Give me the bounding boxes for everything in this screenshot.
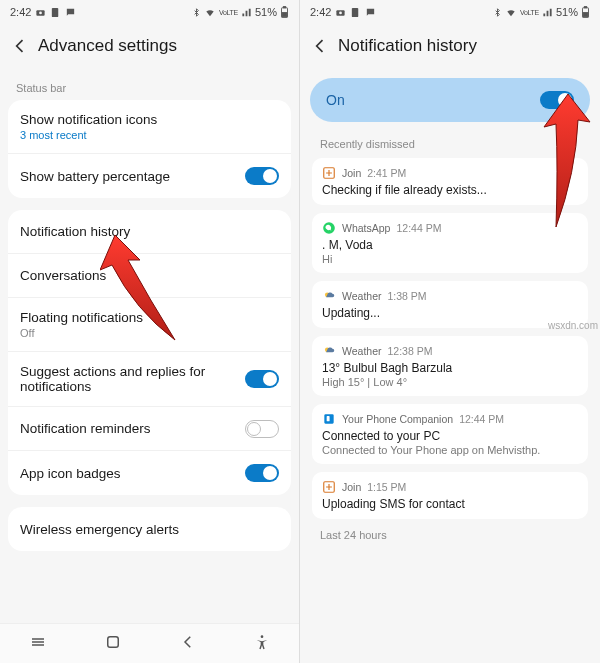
page-title: Advanced settings — [38, 36, 177, 56]
notification-card[interactable]: Your Phone Companion12:44 PMConnected to… — [312, 404, 588, 464]
row-title: Notification reminders — [20, 421, 245, 436]
battery-label: 51% — [556, 6, 578, 18]
notif-app-name: Weather — [342, 290, 382, 302]
nav-recent[interactable] — [15, 627, 61, 660]
volte-label: VoLTE — [219, 9, 238, 16]
nav-bar — [0, 623, 299, 663]
header: Advanced settings — [0, 24, 299, 68]
volte-label: VoLTE — [520, 9, 539, 16]
svg-point-1 — [40, 11, 43, 14]
group-emergency: Wireless emergency alerts — [8, 507, 291, 551]
wifi-icon — [204, 7, 216, 18]
history-toggle-pill[interactable]: On — [310, 78, 590, 122]
notification-card[interactable]: Weather12:38 PM13° Bulbul Bagh BarzulaHi… — [312, 336, 588, 396]
notif-app-name: Weather — [342, 345, 382, 357]
row-title: App icon badges — [20, 466, 245, 481]
group-status-bar: Show notification icons 3 most recent Sh… — [8, 100, 291, 198]
join-app-icon — [322, 166, 336, 180]
wifi-icon — [505, 7, 517, 18]
signal-icon — [542, 7, 553, 18]
message-icon — [65, 7, 76, 18]
svg-rect-5 — [108, 637, 119, 648]
row-suggest-actions[interactable]: Suggest actions and replies for notifica… — [8, 352, 291, 407]
battery-label: 51% — [255, 6, 277, 18]
row-subtitle: 3 most recent — [20, 129, 279, 141]
join-app-icon — [322, 480, 336, 494]
phone-app-icon — [322, 412, 336, 426]
row-show-battery-percentage[interactable]: Show battery percentage — [8, 154, 291, 198]
section-label-status-bar: Status bar — [0, 68, 299, 100]
camera-icon — [35, 7, 46, 18]
notif-title: Updating... — [322, 306, 578, 320]
phone-icon — [350, 7, 361, 18]
screen-notification-history: 2:42 VoLTE 51% Notification history On — [300, 0, 600, 663]
phone-icon — [50, 7, 61, 18]
section-label-recent: Recently dismissed — [300, 136, 600, 158]
notification-card[interactable]: WhatsApp12:44 PM. M, VodaHi — [312, 213, 588, 273]
back-button[interactable] — [10, 32, 38, 60]
notif-body: High 15° | Low 4° — [322, 376, 578, 388]
svg-rect-3 — [283, 7, 285, 8]
pill-label: On — [326, 92, 345, 108]
row-title: Notification history — [20, 224, 279, 239]
toggle-battery-percentage[interactable] — [245, 167, 279, 185]
toggle-history-on[interactable] — [540, 91, 574, 109]
row-title: Floating notifications — [20, 310, 279, 325]
row-notification-reminders[interactable]: Notification reminders — [8, 407, 291, 451]
weather-app-icon — [322, 344, 336, 358]
notif-title: Uploading SMS for contact — [322, 497, 578, 511]
row-floating-notifications[interactable]: Floating notifications Off — [8, 298, 291, 352]
message-icon — [365, 7, 376, 18]
row-wireless-emergency-alerts[interactable]: Wireless emergency alerts — [8, 507, 291, 551]
toggle-reminders[interactable] — [245, 420, 279, 438]
nav-back[interactable] — [165, 627, 211, 660]
notif-app-name: Join — [342, 481, 361, 493]
svg-point-6 — [261, 635, 264, 638]
notif-title: Connected to your PC — [322, 429, 578, 443]
status-time: 2:42 — [10, 6, 31, 18]
bluetooth-icon — [192, 7, 201, 18]
svg-rect-17 — [327, 416, 330, 421]
row-title: Wireless emergency alerts — [20, 522, 279, 537]
notification-card[interactable]: Weather1:38 PMUpdating... — [312, 281, 588, 328]
notif-time: 1:15 PM — [367, 481, 406, 493]
notif-time: 2:41 PM — [367, 167, 406, 179]
signal-icon — [241, 7, 252, 18]
status-bar: 2:42 VoLTE 51% — [300, 0, 600, 24]
row-notification-history[interactable]: Notification history — [8, 210, 291, 254]
notif-app-name: Join — [342, 167, 361, 179]
notification-card[interactable]: Join1:15 PMUploading SMS for contact — [312, 472, 588, 519]
notif-time: 12:44 PM — [396, 222, 441, 234]
status-time: 2:42 — [310, 6, 331, 18]
weather-app-icon — [322, 289, 336, 303]
row-conversations[interactable]: Conversations — [8, 254, 291, 298]
row-app-icon-badges[interactable]: App icon badges — [8, 451, 291, 495]
row-show-notification-icons[interactable]: Show notification icons 3 most recent — [8, 100, 291, 154]
back-button[interactable] — [310, 32, 338, 60]
svg-rect-4 — [282, 13, 287, 17]
notif-time: 12:44 PM — [459, 413, 504, 425]
svg-point-8 — [340, 11, 343, 14]
notification-card[interactable]: Join2:41 PMChecking if file already exis… — [312, 158, 588, 205]
nav-accessibility[interactable] — [240, 628, 284, 659]
notif-time: 1:38 PM — [388, 290, 427, 302]
camera-icon — [335, 7, 346, 18]
toggle-suggest-actions[interactable] — [245, 370, 279, 388]
watermark: wsxdn.com — [548, 320, 598, 331]
header: Notification history — [300, 24, 600, 68]
nav-home[interactable] — [90, 627, 136, 660]
notif-title: Checking if file already exists... — [322, 183, 578, 197]
group-notifications: Notification history Conversations Float… — [8, 210, 291, 495]
notif-app-name: WhatsApp — [342, 222, 390, 234]
screen-advanced-settings: 2:42 VoLTE — [0, 0, 300, 663]
page-title: Notification history — [338, 36, 477, 56]
svg-rect-11 — [583, 13, 588, 17]
row-subtitle: Off — [20, 327, 279, 339]
bluetooth-icon — [493, 7, 502, 18]
row-title: Show notification icons — [20, 112, 279, 127]
battery-icon — [581, 6, 590, 18]
status-bar: 2:42 VoLTE — [0, 0, 299, 24]
toggle-app-icon-badges[interactable] — [245, 464, 279, 482]
notification-list: Join2:41 PMChecking if file already exis… — [300, 158, 600, 519]
battery-icon — [280, 6, 289, 18]
